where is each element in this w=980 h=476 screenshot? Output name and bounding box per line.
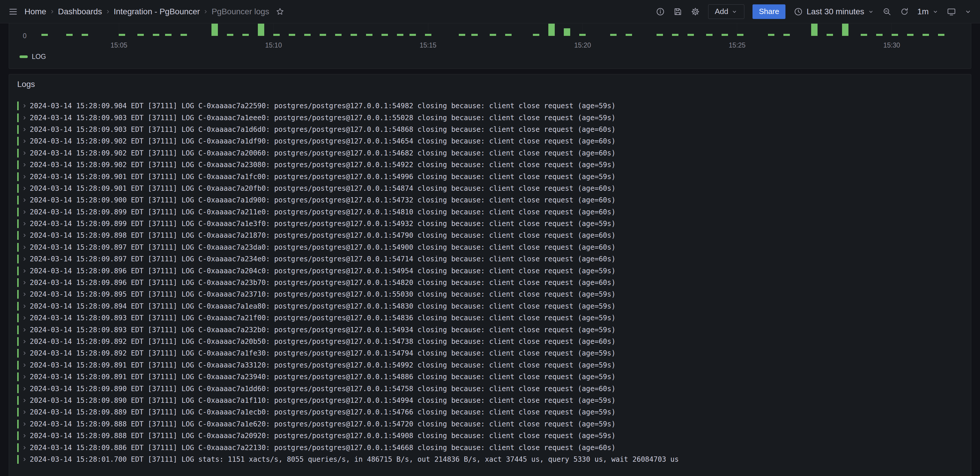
expand-chevron-icon[interactable] xyxy=(22,303,27,309)
panel-title[interactable]: Logs xyxy=(17,80,35,89)
menu-icon[interactable] xyxy=(8,7,18,17)
expand-chevron-icon[interactable] xyxy=(22,374,27,380)
expand-chevron-icon[interactable] xyxy=(22,457,27,462)
chart-bar xyxy=(827,34,833,36)
add-button[interactable]: Add xyxy=(708,4,745,19)
logs-panel: Logs 2024-03-14 15:28:09.904 EDT [37111]… xyxy=(9,74,971,476)
log-row[interactable]: 2024-03-14 15:28:09.900 EDT [37111] LOG … xyxy=(17,194,963,206)
expand-chevron-icon[interactable] xyxy=(22,174,27,180)
log-row[interactable]: 2024-03-14 15:28:09.892 EDT [37111] LOG … xyxy=(17,336,963,347)
breadcrumb-item[interactable]: Integration - PgBouncer xyxy=(114,7,200,16)
refresh-icon[interactable] xyxy=(900,7,909,16)
log-text: 2024-03-14 15:28:09.902 EDT [37111] LOG … xyxy=(30,149,616,157)
log-row[interactable]: 2024-03-14 15:28:09.891 EDT [37111] LOG … xyxy=(17,371,963,383)
log-row[interactable]: 2024-03-14 15:28:09.893 EDT [37111] LOG … xyxy=(17,324,963,336)
log-level-indicator xyxy=(17,384,19,393)
chart-bar xyxy=(273,34,280,36)
log-row[interactable]: 2024-03-14 15:28:09.895 EDT [37111] LOG … xyxy=(17,288,963,300)
time-range-picker[interactable]: Last 30 minutes xyxy=(794,7,874,16)
log-row[interactable]: 2024-03-14 15:28:09.891 EDT [37111] LOG … xyxy=(17,359,963,371)
log-row[interactable]: 2024-03-14 15:28:09.888 EDT [37111] LOG … xyxy=(17,430,963,442)
log-row[interactable]: 2024-03-14 15:28:09.902 EDT [37111] LOG … xyxy=(17,135,963,147)
log-row[interactable]: 2024-03-14 15:28:09.903 EDT [37111] LOG … xyxy=(17,112,963,123)
log-row[interactable]: 2024-03-14 15:28:09.901 EDT [37111] LOG … xyxy=(17,170,963,182)
expand-chevron-icon[interactable] xyxy=(22,409,27,415)
legend-item-log[interactable]: LOG xyxy=(19,53,46,60)
expand-chevron-icon[interactable] xyxy=(22,186,27,191)
star-icon[interactable] xyxy=(275,7,285,16)
log-row[interactable]: 2024-03-14 15:28:09.890 EDT [37111] LOG … xyxy=(17,383,963,394)
settings-icon[interactable] xyxy=(690,7,700,16)
log-row[interactable]: 2024-03-14 15:28:09.896 EDT [37111] LOG … xyxy=(17,265,963,277)
expand-chevron-icon[interactable] xyxy=(22,209,27,215)
log-text: 2024-03-14 15:28:09.896 EDT [37111] LOG … xyxy=(30,279,616,287)
log-row[interactable]: 2024-03-14 15:28:09.901 EDT [37111] LOG … xyxy=(17,183,963,194)
expand-chevron-icon[interactable] xyxy=(22,386,27,392)
log-row[interactable]: 2024-03-14 15:28:09.902 EDT [37111] LOG … xyxy=(17,147,963,159)
chart-bar xyxy=(687,34,694,36)
expand-chevron-icon[interactable] xyxy=(22,268,27,274)
expand-chevron-icon[interactable] xyxy=(22,150,27,156)
expand-chevron-icon[interactable] xyxy=(22,115,27,121)
expand-chevron-icon[interactable] xyxy=(22,244,27,250)
add-button-label: Add xyxy=(715,7,728,16)
breadcrumb-item[interactable]: Home xyxy=(24,7,46,16)
expand-chevron-icon[interactable] xyxy=(22,445,27,451)
log-row[interactable]: 2024-03-14 15:28:09.903 EDT [37111] LOG … xyxy=(17,124,963,135)
caret-down-icon xyxy=(868,8,874,15)
chart-bar xyxy=(722,34,728,36)
refresh-interval-dropdown[interactable]: 1m xyxy=(917,7,939,16)
log-row[interactable]: 2024-03-14 15:28:09.886 EDT [37111] LOG … xyxy=(17,442,963,453)
expand-chevron-icon[interactable] xyxy=(22,327,27,333)
expand-chevron-icon[interactable] xyxy=(22,362,27,368)
log-row[interactable]: 2024-03-14 15:28:09.904 EDT [37111] LOG … xyxy=(17,100,963,112)
log-row[interactable]: 2024-03-14 15:28:09.902 EDT [37111] LOG … xyxy=(17,159,963,170)
log-row[interactable]: 2024-03-14 15:28:09.899 EDT [37111] LOG … xyxy=(17,206,963,218)
expand-chevron-icon[interactable] xyxy=(22,339,27,344)
expand-chevron-icon[interactable] xyxy=(22,291,27,297)
log-row[interactable]: 2024-03-14 15:28:01.700 EDT [37111] LOG … xyxy=(17,454,963,465)
log-row[interactable]: 2024-03-14 15:28:09.898 EDT [37111] LOG … xyxy=(17,229,963,241)
log-row[interactable]: 2024-03-14 15:28:09.888 EDT [37111] LOG … xyxy=(17,418,963,430)
log-level-indicator xyxy=(17,231,19,240)
share-button[interactable]: Share xyxy=(752,4,786,19)
expand-chevron-icon[interactable] xyxy=(22,197,27,203)
expand-chevron-icon[interactable] xyxy=(22,221,27,227)
tv-icon[interactable] xyxy=(947,7,956,16)
info-icon[interactable] xyxy=(655,7,665,16)
expand-chevron-icon[interactable] xyxy=(22,127,27,132)
expand-chevron-icon[interactable] xyxy=(22,138,27,144)
log-row[interactable]: 2024-03-14 15:28:09.892 EDT [37111] LOG … xyxy=(17,347,963,359)
expand-chevron-icon[interactable] xyxy=(22,421,27,427)
expand-chevron-icon[interactable] xyxy=(22,162,27,168)
expand-chevron-icon[interactable] xyxy=(22,232,27,238)
log-row[interactable]: 2024-03-14 15:28:09.889 EDT [37111] LOG … xyxy=(17,406,963,418)
expand-chevron-icon[interactable] xyxy=(22,315,27,321)
expand-chevron-icon[interactable] xyxy=(22,433,27,439)
log-row[interactable]: 2024-03-14 15:28:09.897 EDT [37111] LOG … xyxy=(17,242,963,253)
breadcrumb-item[interactable]: Dashboards xyxy=(58,7,102,16)
expand-chevron-icon[interactable] xyxy=(22,103,27,109)
log-text: 2024-03-14 15:28:09.898 EDT [37111] LOG … xyxy=(30,231,616,239)
chart-bar xyxy=(876,34,883,36)
log-row[interactable]: 2024-03-14 15:28:09.893 EDT [37111] LOG … xyxy=(17,312,963,324)
log-level-indicator xyxy=(17,443,19,452)
expand-chevron-icon[interactable] xyxy=(22,256,27,262)
breadcrumb-item[interactable]: PgBouncer logs xyxy=(212,7,269,16)
expand-chevron-icon[interactable] xyxy=(22,398,27,403)
chevron-down-icon[interactable] xyxy=(964,8,972,16)
expand-chevron-icon[interactable] xyxy=(22,280,27,285)
chart-bar xyxy=(490,34,496,36)
log-level-indicator xyxy=(17,149,19,158)
expand-chevron-icon[interactable] xyxy=(22,350,27,356)
log-row[interactable]: 2024-03-14 15:28:09.899 EDT [37111] LOG … xyxy=(17,218,963,229)
log-row[interactable]: 2024-03-14 15:28:09.890 EDT [37111] LOG … xyxy=(17,395,963,406)
log-level-indicator xyxy=(17,290,19,299)
save-icon[interactable] xyxy=(673,7,682,16)
log-level-indicator xyxy=(17,219,19,228)
log-row[interactable]: 2024-03-14 15:28:09.897 EDT [37111] LOG … xyxy=(17,253,963,265)
log-text: 2024-03-14 15:28:09.897 EDT [37111] LOG … xyxy=(30,243,616,252)
zoom-out-icon[interactable] xyxy=(882,7,892,16)
log-row[interactable]: 2024-03-14 15:28:09.894 EDT [37111] LOG … xyxy=(17,301,963,312)
log-row[interactable]: 2024-03-14 15:28:09.896 EDT [37111] LOG … xyxy=(17,277,963,288)
